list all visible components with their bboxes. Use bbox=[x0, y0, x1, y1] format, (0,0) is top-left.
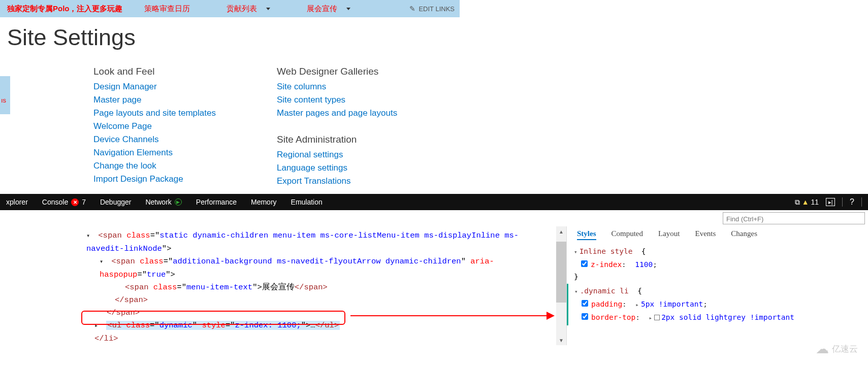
link-master-page[interactable]: Master page bbox=[93, 93, 216, 107]
brace: { bbox=[637, 287, 642, 295]
nav-item-label: 展会宣传 bbox=[307, 4, 337, 14]
tab-layout[interactable]: Layout bbox=[658, 229, 680, 240]
expand-toggle-icon[interactable] bbox=[100, 255, 107, 269]
semicolon: ; bbox=[703, 300, 708, 308]
tag-close: </ul> bbox=[315, 321, 339, 330]
property-checkbox[interactable] bbox=[582, 300, 588, 307]
promo-text[interactable]: 独家定制专属Polo，注入更多玩趣 bbox=[7, 4, 123, 14]
link-import-design-package[interactable]: Import Design Package bbox=[93, 173, 216, 186]
watermark-text: 亿速云 bbox=[832, 343, 858, 355]
attr-name: class bbox=[126, 231, 150, 240]
scroll-thumb[interactable] bbox=[556, 242, 566, 303]
help-button[interactable]: ? bbox=[850, 197, 854, 207]
text-content: 展会宣传 bbox=[262, 283, 295, 292]
txt: =" bbox=[226, 321, 235, 330]
watermark: 亿速云 bbox=[816, 341, 858, 357]
page-title: Site Settings bbox=[7, 24, 868, 51]
link-design-manager[interactable]: Design Manager bbox=[93, 80, 216, 93]
nav-item-calendar[interactable]: 策略审查日历 bbox=[144, 4, 190, 14]
tab-changes[interactable]: Changes bbox=[731, 229, 757, 240]
css-value[interactable]: 5px !important bbox=[641, 300, 703, 308]
link-master-pages-layouts[interactable]: Master pages and page layouts bbox=[277, 107, 397, 120]
nav-item-label: 贡献列表 bbox=[227, 4, 257, 14]
dom-node[interactable]: <span class="menu-item-text">展会宣传</span> bbox=[125, 281, 556, 294]
divider bbox=[861, 197, 862, 207]
brace: { bbox=[641, 247, 646, 255]
link-export-translations[interactable]: Export Translations bbox=[277, 175, 397, 188]
dom-node[interactable]: </li> bbox=[94, 332, 556, 345]
txt: " bbox=[192, 321, 202, 330]
chevron-right-icon[interactable] bbox=[649, 313, 655, 321]
find-input[interactable] bbox=[723, 212, 865, 224]
dom-node[interactable]: <span class="additional-background ms-na… bbox=[100, 255, 556, 281]
txt: =" bbox=[177, 283, 186, 292]
devtools-right-controls: ⧉▲11 ▸| ? bbox=[795, 197, 862, 207]
tab-performance[interactable]: Performance bbox=[196, 198, 237, 206]
screens-icon: ⧉ bbox=[795, 198, 800, 207]
txt: =" bbox=[137, 270, 147, 279]
tab-debugger[interactable]: Debugger bbox=[100, 198, 132, 206]
look-and-feel-column: Look and Feel Design Manager Master page… bbox=[93, 66, 216, 188]
column-heading: Site Administration bbox=[277, 134, 397, 145]
dom-node[interactable]: </span> bbox=[115, 294, 556, 307]
nav-item-contributors[interactable]: 贡献列表 bbox=[227, 4, 270, 14]
expand-toggle-icon[interactable] bbox=[86, 229, 93, 243]
warning-count: 11 bbox=[811, 198, 819, 206]
scrollbar[interactable]: ▲ ▼ bbox=[556, 226, 566, 345]
undock-button[interactable]: ▸| bbox=[826, 198, 835, 206]
css-value[interactable]: 2px solid lightgrey !important bbox=[661, 313, 794, 321]
tab-emulation[interactable]: Emulation bbox=[291, 198, 323, 206]
tag-close: </span> bbox=[107, 308, 140, 317]
expand-toggle-icon[interactable] bbox=[94, 319, 102, 332]
chevron-down-icon bbox=[346, 8, 350, 10]
link-device-channels[interactable]: Device Channels bbox=[93, 133, 216, 146]
css-rule-inline[interactable]: Inline style { z-index: 1100; } bbox=[567, 244, 868, 284]
scroll-down-button[interactable]: ▼ bbox=[556, 335, 566, 345]
column-heading: Web Designer Galleries bbox=[277, 66, 397, 77]
link-welcome-page[interactable]: Welcome Page bbox=[93, 120, 216, 133]
attr-value: true bbox=[147, 270, 166, 279]
expand-toggle-icon[interactable] bbox=[574, 247, 580, 255]
edit-links-button[interactable]: EDIT LINKS bbox=[409, 5, 455, 13]
tab-label: Console bbox=[42, 198, 68, 206]
tab-styles[interactable]: Styles bbox=[577, 229, 596, 240]
dom-node[interactable]: <span class="static dynamic-children men… bbox=[86, 229, 556, 255]
link-site-columns[interactable]: Site columns bbox=[277, 80, 397, 93]
tab-events[interactable]: Events bbox=[695, 229, 716, 240]
chevron-right-icon[interactable] bbox=[635, 300, 641, 308]
css-value[interactable]: 1100 bbox=[635, 260, 653, 269]
play-icon: ▶ bbox=[175, 198, 182, 206]
styles-pane: Styles Computed Layout Events Changes In… bbox=[566, 226, 868, 345]
cloud-icon bbox=[816, 341, 829, 357]
tab-memory[interactable]: Memory bbox=[251, 198, 277, 206]
color-swatch-icon[interactable] bbox=[654, 315, 660, 320]
colon: : bbox=[622, 260, 626, 269]
expand-toggle-icon[interactable] bbox=[574, 287, 580, 295]
tab-computed[interactable]: Computed bbox=[612, 229, 644, 240]
scroll-track bbox=[556, 303, 566, 335]
css-property[interactable]: z-index bbox=[591, 260, 622, 269]
nav-item-exhibition[interactable]: 展会宣传 bbox=[307, 4, 350, 14]
link-language-settings[interactable]: Language settings bbox=[277, 161, 397, 175]
colon: : bbox=[635, 313, 640, 321]
link-change-the-look[interactable]: Change the look bbox=[93, 159, 216, 173]
property-checkbox[interactable] bbox=[582, 313, 588, 320]
warnings-indicator[interactable]: ⧉▲11 bbox=[795, 198, 819, 207]
link-site-content-types[interactable]: Site content types bbox=[277, 93, 397, 107]
selected-highlight: <ul class="dynamic" style="z-index: 1100… bbox=[106, 321, 340, 330]
property-checkbox[interactable] bbox=[581, 260, 588, 267]
link-navigation-elements[interactable]: Navigation Elements bbox=[93, 146, 216, 159]
css-rule-dynamic-li[interactable]: .dynamic li { padding: 5px !important; b… bbox=[567, 284, 868, 325]
link-regional-settings[interactable]: Regional settings bbox=[277, 148, 397, 161]
tab-console[interactable]: Console ✕ 7 bbox=[42, 198, 86, 206]
tab-dom-explorer[interactable]: xplorer bbox=[6, 198, 28, 206]
scroll-up-button[interactable]: ▲ bbox=[556, 226, 566, 237]
dom-node-selected[interactable]: <ul class="dynamic" style="z-index: 1100… bbox=[94, 319, 556, 332]
link-page-layouts[interactable]: Page layouts and site templates bbox=[93, 107, 216, 120]
css-property[interactable]: padding bbox=[591, 300, 622, 308]
css-property[interactable]: border-top bbox=[591, 313, 635, 321]
top-nav-bar: 独家定制专属Polo，注入更多玩趣 策略审查日历 贡献列表 展会宣传 EDIT … bbox=[0, 0, 460, 17]
tab-network[interactable]: Network ▶ bbox=[145, 198, 181, 206]
dom-tree-pane[interactable]: <span class="static dynamic-children men… bbox=[0, 226, 556, 345]
dom-node[interactable]: </span> bbox=[107, 307, 556, 319]
